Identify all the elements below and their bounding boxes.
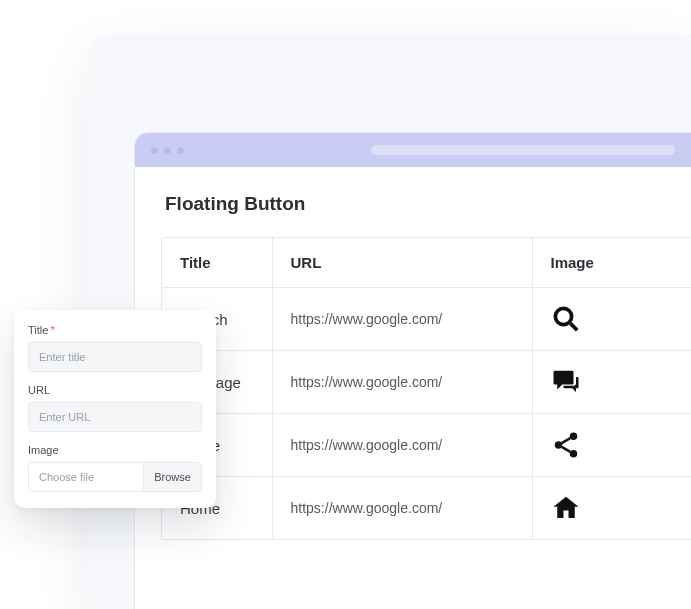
window-dot-min xyxy=(164,147,171,154)
cell-url: https://www.google.com/ xyxy=(272,414,532,477)
svg-point-2 xyxy=(569,433,577,441)
title-label-text: Title xyxy=(28,324,48,336)
url-input[interactable] xyxy=(28,402,202,432)
image-file-placeholder: Choose file xyxy=(29,463,143,491)
browse-button[interactable]: Browse xyxy=(143,463,201,491)
image-file-input[interactable]: Choose file Browse xyxy=(28,462,202,492)
url-label: URL xyxy=(28,384,202,396)
col-title: Title xyxy=(162,238,272,288)
col-url: URL xyxy=(272,238,532,288)
col-image: Image xyxy=(532,238,691,288)
svg-point-3 xyxy=(554,441,562,449)
table-row[interactable]: Share https://www.google.com/ xyxy=(162,414,691,477)
floating-button-table: Title URL Image Search https://www.googl… xyxy=(161,237,691,540)
page-content: Floating Button Title URL Image Search h… xyxy=(135,167,691,540)
cell-image xyxy=(532,288,691,351)
browser-chrome xyxy=(135,133,691,167)
chat-icon xyxy=(551,367,674,397)
table-row[interactable]: Home https://www.google.com/ xyxy=(162,477,691,540)
table-header-row: Title URL Image xyxy=(162,238,691,288)
cell-url: https://www.google.com/ xyxy=(272,288,532,351)
browser-window: Floating Button Title URL Image Search h… xyxy=(134,132,691,609)
window-dot-max xyxy=(177,147,184,154)
title-input[interactable] xyxy=(28,342,202,372)
image-label: Image xyxy=(28,444,202,456)
table-row[interactable]: Search https://www.google.com/ xyxy=(162,288,691,351)
window-dot-close xyxy=(151,147,158,154)
page-title: Floating Button xyxy=(161,193,691,215)
floating-form-card: Title* URL Image Choose file Browse xyxy=(14,310,216,508)
svg-point-4 xyxy=(569,450,577,458)
window-controls xyxy=(151,147,184,154)
cell-image xyxy=(532,477,691,540)
cell-url: https://www.google.com/ xyxy=(272,351,532,414)
cell-url: https://www.google.com/ xyxy=(272,477,532,540)
share-icon xyxy=(551,430,674,460)
table-row[interactable]: Message https://www.google.com/ xyxy=(162,351,691,414)
cell-image xyxy=(532,351,691,414)
browser-urlbar xyxy=(371,145,675,155)
cell-image xyxy=(532,414,691,477)
svg-point-0 xyxy=(555,308,571,324)
field-title: Title* xyxy=(28,324,202,372)
home-icon xyxy=(551,493,674,523)
field-image: Image Choose file Browse xyxy=(28,444,202,492)
field-url: URL xyxy=(28,384,202,432)
svg-line-1 xyxy=(570,323,577,330)
required-asterisk: * xyxy=(50,324,54,336)
search-icon xyxy=(551,304,674,334)
title-label: Title* xyxy=(28,324,202,336)
